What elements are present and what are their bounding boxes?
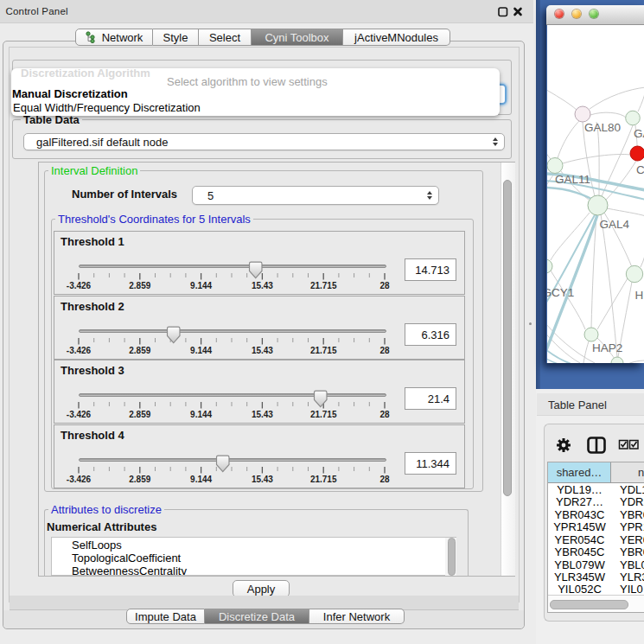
svg-text:CA: CA [636,163,644,176]
svg-text:GAL4: GAL4 [600,218,630,231]
svg-text:GAL80: GAL80 [584,121,621,134]
svg-text:GAL11: GAL11 [555,173,590,186]
svg-text:GCY1: GCY1 [547,286,574,299]
svg-text:HI: HI [635,289,644,302]
svg-text:HAP2: HAP2 [592,341,622,354]
svg-text:GA: GA [634,127,644,140]
